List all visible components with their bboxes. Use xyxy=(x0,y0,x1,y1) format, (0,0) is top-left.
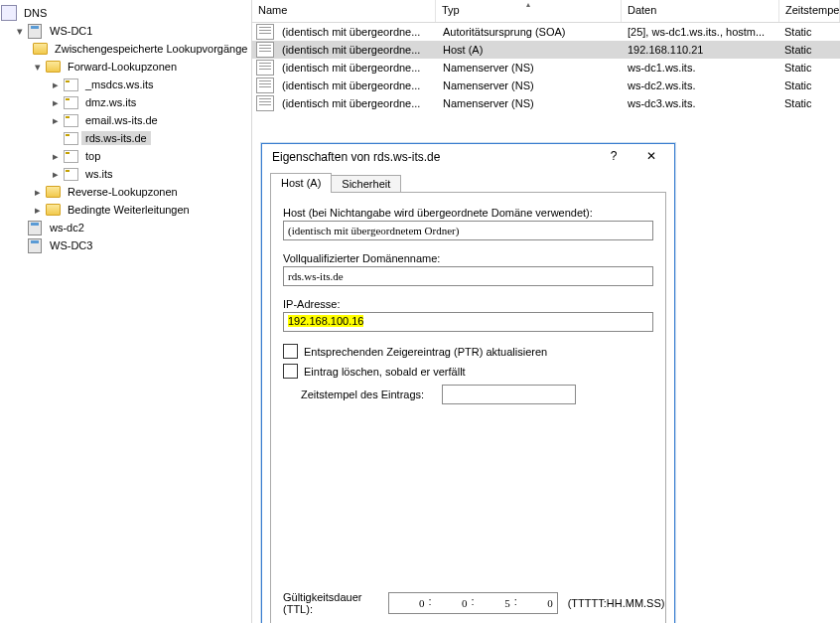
col-data[interactable]: Daten xyxy=(622,0,779,22)
ip-label: IP-Adresse: xyxy=(283,298,653,310)
timestamp-label: Zeitstempel des Eintrags: xyxy=(301,389,424,400)
record-row[interactable]: (identisch mit übergeordne...Autoritätsu… xyxy=(252,23,840,41)
record-icon xyxy=(256,78,274,93)
record-row[interactable]: (identisch mit übergeordne...Namenserver… xyxy=(252,59,840,77)
cell-stamp: Static xyxy=(778,62,838,74)
zone-icon xyxy=(63,77,78,92)
expand-toggle[interactable]: ▸ xyxy=(50,150,62,163)
ttl-input[interactable]: : : : xyxy=(388,592,558,614)
tab-security[interactable]: Sicherheit xyxy=(331,175,401,193)
timestamp-input[interactable] xyxy=(442,385,576,404)
expand-toggle[interactable]: ▾ xyxy=(32,61,44,74)
tree-node[interactable]: ▸ws.its xyxy=(0,165,251,183)
ptr-checkbox-label: Entsprechenden Zeigereintrag (PTR) aktua… xyxy=(304,346,547,358)
tree-label: WS-DC3 xyxy=(46,238,96,252)
cell-name: (identisch mit übergeordne... xyxy=(276,97,437,109)
tree-label: top xyxy=(81,149,104,163)
tree-node[interactable]: rds.ws-its.de xyxy=(0,129,251,147)
record-row[interactable]: (identisch mit übergeordne...Host (A)192… xyxy=(252,41,840,59)
col-type[interactable]: ▴Typ xyxy=(436,0,622,22)
cell-name: (identisch mit übergeordne... xyxy=(276,79,437,91)
cell-type: Namenserver (NS) xyxy=(437,79,622,91)
ip-value[interactable]: 192.168.100.16 xyxy=(288,315,363,327)
record-icon xyxy=(256,60,274,76)
tree-node[interactable]: ▸dmz.ws.its xyxy=(0,93,251,111)
ttl-days[interactable] xyxy=(389,593,429,613)
ttl-format: (TTTTT:HH.MM.SS) xyxy=(568,597,665,609)
sort-indicator-icon: ▴ xyxy=(526,0,530,9)
host-label: Host (bei Nichtangabe wird übergeordnete… xyxy=(283,207,653,219)
tree-label: ws.its xyxy=(81,167,117,181)
srv-icon xyxy=(27,220,43,235)
tree-label: email.ws-its.de xyxy=(81,113,162,127)
cell-data: ws-dc2.ws.its. xyxy=(622,79,778,91)
expand-toggle[interactable]: ▸ xyxy=(50,78,62,91)
fqdn-label: Vollqualifizierter Domänenname: xyxy=(283,252,653,264)
tree-label: dmz.ws.its xyxy=(81,95,140,109)
delete-checkbox-row[interactable]: Eintrag löschen, sobald er verfällt xyxy=(283,364,653,379)
tree-label: _msdcs.ws.its xyxy=(81,78,157,91)
col-stamp[interactable]: Zeitstempel xyxy=(779,0,840,22)
tree-root[interactable]: DNS xyxy=(0,4,251,22)
expand-toggle[interactable]: ▸ xyxy=(50,168,62,181)
host-input[interactable] xyxy=(283,221,653,240)
delete-checkbox-label: Eintrag löschen, sobald er verfällt xyxy=(304,366,466,378)
cell-type: Host (A) xyxy=(437,44,622,56)
tab-host-a[interactable]: Host (A) xyxy=(270,173,332,193)
list-header: Name ▴Typ Daten Zeitstempel xyxy=(252,0,840,23)
ttl-seconds[interactable] xyxy=(517,593,557,613)
cell-type: Namenserver (NS) xyxy=(437,97,622,109)
expand-toggle[interactable]: ▾ xyxy=(14,25,26,38)
record-icon xyxy=(256,95,274,111)
tree-node[interactable]: ▸top xyxy=(0,147,251,165)
tree-panel: DNS ▾WS-DC1Zwischengespeicherte Lookupvo… xyxy=(0,0,252,623)
expand-toggle[interactable]: ▸ xyxy=(32,204,44,217)
ttl-minutes[interactable] xyxy=(475,593,514,613)
cell-name: (identisch mit übergeordne... xyxy=(276,44,437,56)
cell-stamp: Static xyxy=(778,26,838,38)
zone-icon xyxy=(63,130,78,146)
tree-node[interactable]: ▸_msdcs.ws.its xyxy=(0,76,251,93)
cell-stamp: Static xyxy=(778,97,838,109)
expand-toggle[interactable]: ▸ xyxy=(50,96,62,109)
help-button[interactable]: ? xyxy=(595,147,632,167)
record-icon xyxy=(256,42,274,58)
close-button[interactable]: ✕ xyxy=(632,147,670,167)
ttl-label: Gültigkeitsdauer (TTL): xyxy=(283,591,362,615)
expand-toggle[interactable]: ▸ xyxy=(50,114,62,127)
checkbox-icon xyxy=(283,344,298,359)
properties-dialog: Eigenschaften von rds.ws-its.de ? ✕ Host… xyxy=(261,143,675,623)
ttl-hours[interactable] xyxy=(432,593,472,613)
record-list: (identisch mit übergeordne...Autoritätsu… xyxy=(252,23,840,112)
cell-type: Autoritätsursprung (SOA) xyxy=(437,26,622,38)
record-row[interactable]: (identisch mit übergeordne...Namenserver… xyxy=(252,94,840,112)
col-name[interactable]: Name xyxy=(252,0,436,22)
srv-icon xyxy=(27,237,43,253)
ptr-checkbox-row[interactable]: Entsprechenden Zeigereintrag (PTR) aktua… xyxy=(283,344,653,359)
tree-node[interactable]: Zwischengespeicherte Lookupvorgänge xyxy=(0,40,251,58)
tree-label: ws-dc2 xyxy=(46,221,88,234)
tree-node[interactable]: ▾Forward-Lookupzonen xyxy=(0,58,251,76)
record-icon xyxy=(256,24,274,40)
record-row[interactable]: (identisch mit übergeordne...Namenserver… xyxy=(252,77,840,94)
fld-icon xyxy=(45,59,61,75)
dns-root-icon xyxy=(1,5,17,21)
expand-toggle[interactable]: ▸ xyxy=(32,186,44,199)
zone-icon xyxy=(63,166,78,182)
zone-icon xyxy=(63,94,78,110)
cell-stamp: Static xyxy=(778,79,838,91)
dialog-title: Eigenschaften von rds.ws-its.de xyxy=(272,150,440,164)
cell-data: [25], ws-dc1.ws.its., hostm... xyxy=(622,26,778,38)
tree-node[interactable]: ▸Bedingte Weiterleitungen xyxy=(0,201,251,219)
zone-icon xyxy=(63,148,78,164)
zone-icon xyxy=(63,112,78,128)
tree-node[interactable]: ws-dc2 xyxy=(0,219,251,236)
tree-label: WS-DC1 xyxy=(46,24,96,38)
tree-node[interactable]: ▸Reverse-Lookupzonen xyxy=(0,183,251,201)
fld-icon xyxy=(45,184,61,200)
tree-node[interactable]: ▾WS-DC1 xyxy=(0,22,251,40)
fqdn-input[interactable] xyxy=(283,266,653,286)
tree-node[interactable]: WS-DC3 xyxy=(0,236,251,254)
tree-label: Bedingte Weiterleitungen xyxy=(64,203,194,217)
tree-node[interactable]: ▸email.ws-its.de xyxy=(0,111,251,129)
